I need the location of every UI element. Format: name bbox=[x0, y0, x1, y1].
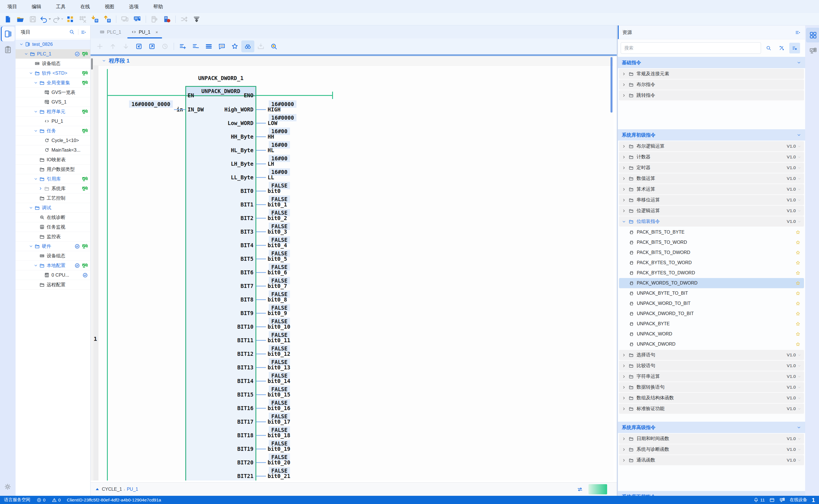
tree-item-用户数据类型[interactable]: 用户数据类型 bbox=[16, 165, 90, 174]
chevron-right-icon[interactable] bbox=[622, 364, 629, 368]
chevron-right-icon[interactable] bbox=[622, 198, 629, 202]
favorite-button[interactable] bbox=[228, 40, 241, 52]
star-icon[interactable] bbox=[795, 250, 801, 255]
output-pin[interactable]: HL_Byte bbox=[231, 147, 253, 153]
resource-group-日期和时间函数[interactable]: 日期和时间函数V1.0 bbox=[619, 434, 804, 444]
tree-item-引用库[interactable]: 引用库 bbox=[16, 174, 90, 184]
chevron-right-icon[interactable] bbox=[622, 458, 629, 462]
chevron-right-icon[interactable] bbox=[622, 83, 629, 87]
resource-group-算术运算[interactable]: 算术运算V1.0 bbox=[619, 184, 804, 194]
comment-button[interactable] bbox=[215, 40, 228, 52]
tree-item-在线诊断[interactable]: 在线诊断 bbox=[16, 213, 90, 222]
chevron-right-icon[interactable] bbox=[622, 407, 629, 411]
resource-group-定时器[interactable]: 定时器V1.0 bbox=[619, 163, 804, 173]
output-operand[interactable]: LL bbox=[268, 175, 274, 180]
tree-item-PU_1[interactable]: PU_1 bbox=[16, 117, 90, 126]
tree-item-设备组态[interactable]: 设备组态 bbox=[16, 251, 90, 261]
tree-item-本地配置[interactable]: 本地配置 bbox=[16, 261, 90, 270]
resource-group-标准验证功能[interactable]: 标准验证功能V1.0 bbox=[619, 404, 804, 414]
rail-layout-icon[interactable] bbox=[806, 28, 819, 42]
close-icon[interactable]: × bbox=[156, 30, 158, 35]
chevron-down-icon[interactable] bbox=[797, 353, 801, 357]
output-operand[interactable]: bit0_2 bbox=[268, 215, 287, 221]
add-element-button[interactable] bbox=[93, 40, 106, 52]
menu-项目[interactable]: 项目 bbox=[0, 0, 24, 13]
simulate-button[interactable] bbox=[148, 14, 161, 25]
compile-button[interactable] bbox=[64, 14, 76, 25]
output-operand[interactable]: bit0_4 bbox=[268, 242, 287, 248]
panel-toggle-icon[interactable] bbox=[769, 497, 775, 503]
refresh-button[interactable] bbox=[158, 40, 171, 52]
output-operand[interactable]: bit0_15 bbox=[268, 392, 290, 397]
output-operand[interactable]: HL bbox=[268, 147, 274, 153]
tree-item-GVS_1[interactable]: GVS_1 bbox=[16, 97, 90, 107]
undo-button[interactable] bbox=[39, 14, 51, 25]
fbd-instance-name[interactable]: UNPACK_DWORD_1 bbox=[185, 75, 256, 81]
instruction-UNPACK_BYTE[interactable]: UNPACK_BYTE bbox=[619, 319, 804, 329]
chevron-right-icon[interactable] bbox=[622, 396, 629, 400]
chevron-down-icon[interactable] bbox=[28, 206, 34, 210]
output-pin[interactable]: BIT5 bbox=[240, 256, 253, 262]
tree-item-监控表[interactable]: 监控表 bbox=[16, 232, 90, 242]
output-pin[interactable]: BIT7 bbox=[240, 283, 253, 289]
tree-item-系统库[interactable]: 系统库 bbox=[16, 184, 90, 193]
notifications[interactable]: 11 bbox=[753, 497, 765, 503]
chevron-down-icon[interactable] bbox=[23, 52, 29, 56]
chevron-down-icon[interactable] bbox=[797, 385, 801, 389]
resource-group-系统与诊断函数[interactable]: 系统与诊断函数V1.0 bbox=[619, 444, 804, 455]
sort-button[interactable] bbox=[190, 14, 203, 25]
chevron-right-icon[interactable] bbox=[622, 166, 629, 170]
output-pin[interactable]: BIT3 bbox=[240, 229, 253, 234]
tree-item-任务监视[interactable]: 任务监视 bbox=[16, 222, 90, 232]
output-operand[interactable]: bit0 bbox=[268, 188, 281, 194]
favorites-filter-icon[interactable] bbox=[789, 43, 800, 53]
resource-group-位组装指令[interactable]: 位组装指令V1.0 bbox=[619, 216, 804, 227]
resource-group-串移位运算[interactable]: 串移位运算V1.0 bbox=[619, 195, 804, 205]
chevron-down-icon[interactable] bbox=[797, 407, 801, 411]
rail-project-icon[interactable] bbox=[1, 27, 15, 41]
star-icon[interactable] bbox=[795, 240, 801, 245]
output-pin[interactable]: High_WORD bbox=[224, 107, 253, 112]
output-pin[interactable]: BIT14 bbox=[237, 378, 253, 384]
resource-group-比较语句[interactable]: 比较语句V1.0 bbox=[619, 361, 804, 371]
tree-item-调试[interactable]: 调试 bbox=[16, 203, 90, 213]
chevron-down-icon[interactable] bbox=[797, 437, 801, 441]
chevron-down-icon[interactable] bbox=[797, 448, 801, 451]
chevron-right-icon[interactable] bbox=[622, 155, 629, 159]
chevron-right-icon[interactable] bbox=[622, 437, 629, 441]
chevron-down-icon[interactable] bbox=[33, 177, 38, 181]
instruction-PACK_BYTES_TO_DWORD[interactable]: PACK_BYTES_TO_DWORD bbox=[619, 268, 804, 278]
chevron-down-icon[interactable] bbox=[33, 109, 38, 114]
rail-clipboard-icon[interactable] bbox=[1, 42, 15, 57]
output-pin[interactable]: BIT15 bbox=[237, 392, 253, 397]
online-device-icon[interactable] bbox=[779, 497, 785, 503]
gear-icon[interactable] bbox=[4, 483, 11, 490]
output-pin[interactable]: BIT20 bbox=[237, 460, 253, 465]
chevron-down-icon[interactable] bbox=[33, 81, 38, 85]
resource-group-布尔逻辑运算[interactable]: 布尔逻辑运算V1.0 bbox=[619, 141, 804, 151]
tree-item-MainTask<3...[interactable]: MainTask<3... bbox=[16, 145, 90, 155]
chevron-down-icon[interactable] bbox=[18, 42, 24, 46]
output-pin[interactable]: BIT19 bbox=[237, 446, 253, 452]
move-up-button[interactable] bbox=[106, 40, 119, 52]
output-pin[interactable]: LH_Byte bbox=[231, 161, 253, 167]
menu-视图[interactable]: 视图 bbox=[97, 0, 122, 13]
output-pin[interactable]: BIT11 bbox=[237, 337, 253, 343]
output-operand[interactable]: HIGH bbox=[268, 107, 281, 112]
rail-online-device-icon[interactable] bbox=[806, 44, 819, 58]
resource-group-字符串运算[interactable]: 字符串运算V1.0 bbox=[619, 371, 804, 382]
tools-icon[interactable] bbox=[776, 43, 787, 53]
network-list-button[interactable] bbox=[202, 40, 215, 52]
chevron-right-icon[interactable] bbox=[622, 187, 629, 191]
chevron-right-icon[interactable] bbox=[622, 353, 629, 357]
export-network-button[interactable] bbox=[145, 40, 158, 52]
editor-vscrollbar[interactable] bbox=[91, 56, 93, 481]
instruction-PACK_BYTES_TO_WORD[interactable]: PACK_BYTES_TO_WORD bbox=[619, 258, 804, 268]
output-pin[interactable]: BIT16 bbox=[237, 405, 253, 411]
menu-在线[interactable]: 在线 bbox=[73, 0, 97, 13]
output-operand[interactable]: bit0_11 bbox=[268, 337, 290, 343]
output-operand[interactable]: bit0_18 bbox=[268, 432, 290, 438]
move-down-button[interactable] bbox=[119, 40, 132, 52]
chevron-right-icon[interactable] bbox=[622, 209, 629, 213]
instruction-PACK_BITS_TO_BYTE[interactable]: PACK_BITS_TO_BYTE bbox=[619, 227, 804, 237]
